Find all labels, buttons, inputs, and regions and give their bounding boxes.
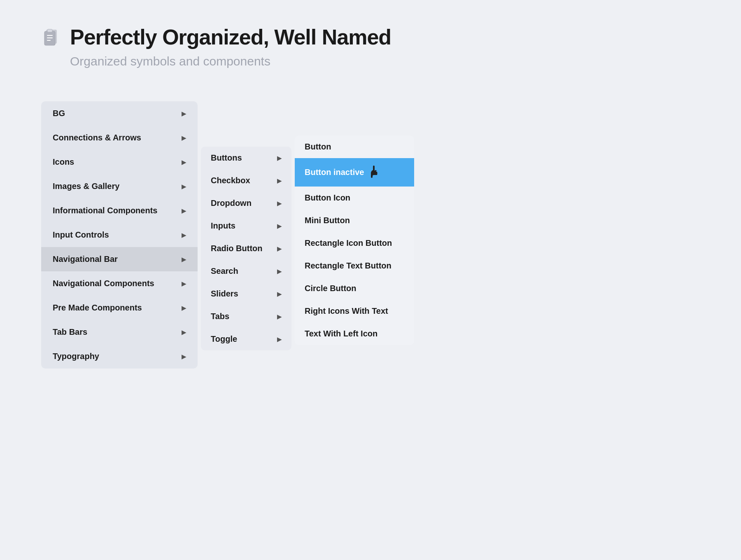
clipboard-icon	[41, 26, 63, 48]
chevron-right-icon: ▶	[182, 159, 186, 166]
menu-item-tab-bars[interactable]: Tab Bars ▶	[41, 320, 198, 344]
submenu-item-radio[interactable]: Radio Button ▶	[201, 237, 291, 260]
detail-item-right-icons[interactable]: Right Icons With Text	[295, 300, 414, 322]
detail-item-rect-icon-btn[interactable]: Rectangle Icon Button	[295, 232, 414, 254]
menu-item-bg[interactable]: BG ▶	[41, 101, 198, 126]
header-area: Perfectly Organized, Well Named Organize…	[0, 0, 741, 68]
chevron-right-icon: ▶	[277, 200, 282, 207]
detail-item-button[interactable]: Button	[295, 135, 414, 158]
submenu-item-tabs[interactable]: Tabs ▶	[201, 305, 291, 328]
chevron-right-icon: ▶	[277, 313, 282, 320]
chevron-right-icon: ▶	[277, 245, 282, 252]
submenu-item-dropdown[interactable]: Dropdown ▶	[201, 192, 291, 215]
header-title-row: Perfectly Organized, Well Named	[41, 25, 741, 49]
chevron-right-icon: ▶	[182, 256, 186, 263]
detail-item-text-left-icon[interactable]: Text With Left Icon	[295, 322, 414, 345]
chevron-right-icon: ▶	[182, 208, 186, 214]
chevron-right-icon: ▶	[277, 291, 282, 297]
menu-item-nav-bar[interactable]: Navigational Bar ▶	[41, 247, 198, 271]
menu-item-input-controls[interactable]: Input Controls ▶	[41, 223, 198, 247]
left-menu-panel: BG ▶ Connections & Arrows ▶ Icons ▶ Imag…	[41, 101, 198, 369]
chevron-right-icon: ▶	[277, 177, 282, 184]
chevron-right-icon: ▶	[182, 353, 186, 360]
page-subtitle: Organized symbols and components	[70, 54, 741, 68]
chevron-right-icon: ▶	[277, 223, 282, 229]
detail-item-mini-button[interactable]: Mini Button	[295, 209, 414, 232]
chevron-right-icon: ▶	[182, 232, 186, 238]
submenu-item-search[interactable]: Search ▶	[201, 260, 291, 282]
chevron-right-icon: ▶	[182, 110, 186, 117]
submenu-panel: Buttons ▶ Checkbox ▶ Dropdown ▶ Inputs ▶…	[201, 147, 291, 350]
menu-item-informational[interactable]: Informational Components ▶	[41, 198, 198, 223]
chevron-right-icon: ▶	[277, 268, 282, 275]
chevron-right-icon: ▶	[182, 183, 186, 190]
detail-item-button-icon[interactable]: Button Icon	[295, 187, 414, 209]
chevron-right-icon: ▶	[182, 329, 186, 336]
submenu-item-sliders[interactable]: Sliders ▶	[201, 282, 291, 305]
detail-item-button-inactive[interactable]: Button inactive	[295, 158, 414, 187]
svg-rect-2	[47, 29, 52, 32]
menu-item-connections[interactable]: Connections & Arrows ▶	[41, 126, 198, 150]
submenu-item-checkbox[interactable]: Checkbox ▶	[201, 169, 291, 192]
menus-container: BG ▶ Connections & Arrows ▶ Icons ▶ Imag…	[41, 101, 741, 369]
chevron-right-icon: ▶	[277, 155, 282, 161]
menu-item-typography[interactable]: Typography ▶	[41, 344, 198, 369]
submenu-item-buttons[interactable]: Buttons ▶	[201, 147, 291, 169]
pointer-cursor-icon	[369, 166, 380, 181]
detail-item-circle-btn[interactable]: Circle Button	[295, 277, 414, 300]
chevron-right-icon: ▶	[277, 336, 282, 343]
menu-item-icons[interactable]: Icons ▶	[41, 150, 198, 174]
chevron-right-icon: ▶	[182, 280, 186, 287]
chevron-right-icon: ▶	[182, 305, 186, 311]
menu-item-premade[interactable]: Pre Made Components ▶	[41, 296, 198, 320]
menu-item-images[interactable]: Images & Gallery ▶	[41, 174, 198, 198]
detail-item-rect-text-btn[interactable]: Rectangle Text Button	[295, 254, 414, 277]
detail-panel: Button Button inactive Button Icon Mini …	[295, 135, 414, 345]
submenu-item-toggle[interactable]: Toggle ▶	[201, 328, 291, 350]
page-title: Perfectly Organized, Well Named	[70, 25, 391, 49]
menu-item-nav-components[interactable]: Navigational Components ▶	[41, 271, 198, 296]
submenu-item-inputs[interactable]: Inputs ▶	[201, 215, 291, 237]
chevron-right-icon: ▶	[182, 135, 186, 141]
